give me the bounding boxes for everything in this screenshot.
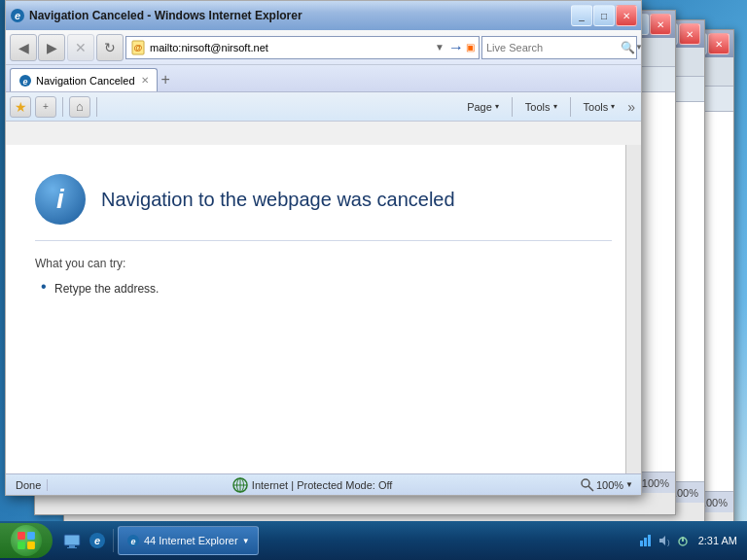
error-title: Navigation to the webpage was canceled [101,189,455,211]
close-button[interactable]: ✕ [616,5,637,26]
svg-line-17 [588,486,593,491]
back-button[interactable]: ◀ [10,34,37,61]
status-zone: Internet | Protected Mode: Off [48,477,577,493]
svg-marker-32 [659,536,665,545]
svg-rect-18 [18,532,25,540]
back-win1-close: ✕ [650,14,671,35]
system-tray: ) 2:31 AM [632,533,747,548]
tab-ie-icon: e [18,74,32,88]
page-arrow-icon: ▾ [495,102,499,111]
home-icon: ⌂ [76,99,84,114]
titlebar: e Navigation Canceled - Windows Internet… [6,1,641,30]
stop-button[interactable]: ✕ [67,34,94,61]
ie-taskbar-button[interactable]: e 44 Internet Explorer ▼ [118,526,259,555]
tabs-bar: e Navigation Canceled ✕ + [6,65,641,92]
favorites-star-icon: ★ [15,99,27,115]
start-button[interactable] [0,523,53,558]
svg-rect-21 [27,542,35,549]
expand-icon[interactable]: » [625,99,637,115]
ie-taskbar-icon: e [126,534,140,547]
toolbar-separator-3 [512,97,513,117]
tray-icons: ) [638,533,691,548]
svg-rect-31 [648,535,651,546]
address-dropdown-icon[interactable]: ▼ [435,42,445,52]
info-icon: i [35,174,86,225]
ie-taskbar-arrow: ▼ [242,537,250,545]
search-bar[interactable]: 🔍 ▼ [481,36,637,59]
maximize-button[interactable]: □ [593,5,615,26]
svg-text:e: e [15,10,20,21]
tools2-button[interactable]: Tools ▾ [577,95,622,119]
tab-label: Navigation Canceled [36,75,135,87]
back-win1-zoom: 100% [642,477,669,489]
svg-rect-23 [69,545,75,547]
tools-label: Tools [525,101,551,113]
svg-text:e: e [94,535,100,546]
vertical-scrollbar[interactable] [625,145,641,473]
new-tab-button[interactable]: + [161,68,170,91]
globe-icon [232,477,248,493]
search-dropdown-icon[interactable]: ▼ [635,43,643,52]
suggestion-header: What you can try: [35,257,612,270]
tab-navigation-canceled[interactable]: e Navigation Canceled ✕ [10,68,158,91]
system-clock[interactable]: 2:31 AM [694,534,741,547]
svg-rect-20 [18,542,25,549]
start-orb [11,525,42,556]
window-title: Navigation Canceled - Windows Internet E… [29,9,571,22]
svg-rect-30 [644,538,647,546]
error-header: i Navigation to the webpage was canceled [35,174,612,241]
ie-quicklaunch-icon[interactable]: e [86,529,109,552]
zoom-arrow-icon: ▼ [625,480,633,489]
clock-time: 2:31 AM [698,535,737,546]
svg-text:e: e [22,77,27,87]
svg-point-16 [582,479,589,487]
search-input[interactable] [486,42,621,53]
volume-icon[interactable]: ) [657,533,672,548]
navigation-toolbar: ◀ ▶ ✕ ↻ @ ▼ → ▣ 🔍 ▼ [6,30,641,65]
status-zone-text: Internet | Protected Mode: Off [252,479,393,491]
forward-button[interactable]: ▶ [38,34,65,61]
tools-button[interactable]: Tools ▾ [518,95,564,119]
svg-rect-29 [640,541,643,546]
command-toolbar: ★ + ⌂ Page ▾ Tools ▾ Tools ▾ » [6,92,641,122]
power-icon[interactable] [675,533,691,548]
address-bar[interactable]: @ ▼ → ▣ [125,36,480,59]
address-input[interactable] [150,42,435,53]
suggestion-item-1: Retype the address. [35,280,612,298]
window-controls[interactable]: _ □ ✕ [571,5,637,26]
page-label: Page [467,101,492,113]
toolbar-separator-1 [62,97,63,117]
back-icon: ◀ [18,40,29,55]
refresh-icon: ↻ [104,40,116,55]
go-icon[interactable]: → [448,39,464,56]
favorites-star-button[interactable]: ★ [10,96,31,118]
status-done: Done [10,479,48,491]
page-button[interactable]: Page ▾ [460,95,506,119]
tab-close-icon[interactable]: ✕ [141,75,149,86]
svg-text:@: @ [134,43,143,52]
suggestion-list: Retype the address. [35,280,612,298]
suggestion-text-1: Retype the address. [54,282,159,296]
toolbar-separator-2 [96,97,97,117]
statusbar: Done Internet | Protected Mode: Off 100%… [6,473,641,495]
search-icon[interactable]: 🔍 [621,41,635,54]
rss-icon: ▣ [466,42,475,52]
add-icon: + [43,101,49,112]
minimize-button[interactable]: _ [571,5,592,26]
forward-icon: ▶ [47,40,57,55]
ie-icon: e [10,8,25,23]
home-button[interactable]: ⌂ [69,96,90,118]
refresh-button[interactable]: ↻ [96,34,124,61]
svg-rect-24 [67,547,77,548]
show-desktop-icon[interactable] [60,529,84,552]
zoom-icon [581,478,594,492]
quicklaunch: e [56,529,114,552]
add-favorites-button[interactable]: + [35,96,56,118]
page-content: i Navigation to the webpage was canceled… [6,145,641,473]
network-icon[interactable] [638,533,654,548]
back-win2-close: ✕ [679,23,700,45]
status-zoom[interactable]: 100% ▼ [577,478,637,492]
svg-text:): ) [667,538,670,546]
windows-logo-icon [17,531,36,550]
stop-icon: ✕ [75,40,87,55]
